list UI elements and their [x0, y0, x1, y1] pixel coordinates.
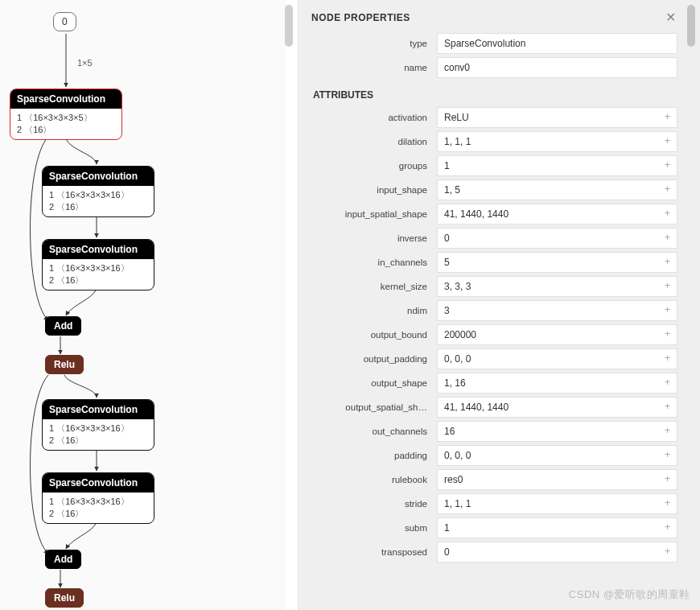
row-kernel-size: kernel_size3, 3, 3: [311, 276, 677, 297]
row-stride: stride1, 1, 1: [311, 493, 677, 514]
node-port: 2 〈16〉: [49, 508, 147, 520]
node-title: Relu: [45, 355, 84, 374]
node-port: 2 〈16〉: [49, 201, 147, 213]
row-value[interactable]: SparseConvolution: [437, 33, 677, 54]
graph-node-conv0[interactable]: SparseConvolution 1 〈16×3×3×3×5〉 2 〈16〉: [10, 89, 122, 140]
node-port: 1 〈16×3×3×3×5〉: [17, 112, 115, 124]
graph-canvas[interactable]: 0 1×5 SparseConvolution 1 〈16×3×3×3×5〉 2…: [0, 0, 286, 610]
close-icon[interactable]: ✕: [663, 10, 677, 25]
row-input-spatial-shape: input_spatial_shape41, 1440, 1440: [311, 204, 677, 225]
node-title: SparseConvolution: [10, 89, 121, 109]
row-output-bound: output_bound200000: [311, 324, 677, 345]
node-port: 1 〈16×3×3×3×16〉: [49, 422, 147, 435]
node-title: SparseConvolution: [43, 473, 154, 493]
node-title: Add: [45, 316, 81, 336]
properties-panel: NODE PROPERTIES ✕ type SparseConvolution…: [298, 0, 700, 610]
node-title: SparseConvolution: [43, 167, 154, 186]
graph-node-conv1[interactable]: SparseConvolution 1 〈16×3×3×3×16〉 2 〈16〉: [42, 166, 154, 217]
row-label: name: [311, 63, 437, 72]
graph-node-add1[interactable]: Add: [45, 316, 81, 336]
row-out-channels: out_channels16: [311, 421, 677, 442]
node-port: 2 〈16〉: [17, 124, 115, 136]
row-output-shape: output_shape1, 16: [311, 373, 677, 394]
graph-node-conv3[interactable]: SparseConvolution 1 〈16×3×3×3×16〉 2 〈16〉: [42, 399, 154, 451]
node-title: SparseConvolution: [43, 400, 154, 419]
node-title: Relu: [45, 588, 84, 608]
node-port: 1 〈16×3×3×3×16〉: [49, 496, 147, 508]
graph-node-conv2[interactable]: SparseConvolution 1 〈16×3×3×3×16〉 2 〈16〉: [42, 239, 154, 291]
row-dilation: dilation1, 1, 1: [311, 131, 677, 152]
row-subm: subm1: [311, 517, 677, 538]
row-activation: activationReLU: [311, 107, 677, 128]
node-port: 1 〈16×3×3×3×16〉: [49, 262, 147, 274]
row-value[interactable]: conv0: [437, 57, 677, 78]
graph-node-add2[interactable]: Add: [45, 550, 81, 569]
graph-node-relu1[interactable]: Relu: [45, 355, 84, 374]
node-title: SparseConvolution: [43, 240, 154, 259]
row-groups: groups1: [311, 155, 677, 176]
graph-node-relu2[interactable]: Relu: [45, 588, 84, 608]
row-inverse: inverse0: [311, 228, 677, 249]
node-port: 2 〈16〉: [49, 435, 147, 447]
node-title: Add: [45, 550, 81, 569]
edge-label: 1×5: [77, 58, 93, 68]
row-transposed: transposed0: [311, 542, 677, 563]
graph-node-input[interactable]: 0: [53, 12, 76, 31]
row-padding: padding0, 0, 0: [311, 445, 677, 466]
row-in-channels: in_channels5: [311, 252, 677, 273]
row-label: type: [311, 39, 437, 48]
node-label: 0: [62, 16, 68, 27]
node-port: 2 〈16〉: [49, 274, 147, 286]
row-name: name conv0: [311, 57, 677, 78]
row-output-spatial-shape: output_spatial_sh…41, 1440, 1440: [311, 397, 677, 418]
panel-scrollbar[interactable]: [687, 5, 695, 47]
row-output-padding: output_padding0, 0, 0: [311, 348, 677, 369]
panel-title: NODE PROPERTIES: [311, 12, 410, 23]
row-rulebook: rulebookres0: [311, 469, 677, 490]
row-ndim: ndim3: [311, 300, 677, 321]
row-input-shape: input_shape1, 5: [311, 179, 677, 200]
node-port: 1 〈16×3×3×3×16〉: [49, 189, 147, 201]
watermark: CSDN @爱听歌的周童鞋: [569, 587, 690, 602]
row-type: type SparseConvolution: [311, 33, 677, 54]
attributes-section-title: ATTRIBUTES: [313, 89, 677, 101]
graph-node-conv4[interactable]: SparseConvolution 1 〈16×3×3×3×16〉 2 〈16〉: [42, 472, 154, 524]
graph-scrollbar[interactable]: [285, 5, 293, 47]
